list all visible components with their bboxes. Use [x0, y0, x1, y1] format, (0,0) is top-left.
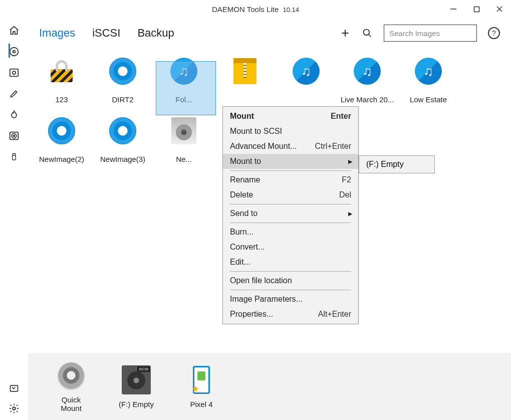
drive-label: (F:) Empty [116, 400, 156, 408]
grid-item[interactable] [214, 57, 276, 104]
music-disc-icon [415, 58, 442, 85]
context-menu: MountEnter Mount to SCSI Advanced Mount.… [222, 106, 359, 324]
menu-item-send-to[interactable]: Send to▶ [223, 206, 358, 221]
image-catalog-icon[interactable] [9, 67, 20, 78]
news-icon[interactable] [9, 383, 20, 394]
close-button[interactable] [488, 0, 511, 18]
menu-item-rename[interactable]: RenameF2 [223, 172, 358, 187]
disc-icon [48, 117, 75, 144]
search-input[interactable]: Search Images [384, 25, 477, 42]
grid-item[interactable]: NewImage(2) [31, 117, 92, 163]
scsi-drive-icon [122, 365, 151, 394]
disc-icon [109, 117, 136, 144]
main-area: Images iSCSI Backup Search Images ? [28, 18, 511, 420]
help-button[interactable]: ? [488, 27, 500, 39]
drive-icon[interactable] [9, 130, 20, 141]
menu-item-properties[interactable]: Properties...Alt+Enter [223, 307, 358, 322]
lock-icon [51, 60, 73, 82]
grid-item-label: Live March 20... [337, 95, 398, 104]
grid-item-label: DIRT2 [92, 95, 153, 104]
svg-point-17 [364, 30, 370, 36]
tab-iscsi[interactable]: iSCSI [92, 27, 120, 40]
archive-icon [233, 58, 257, 84]
grid-item[interactable]: NewImage(3) [92, 117, 153, 163]
chevron-right-icon: ▶ [348, 158, 352, 165]
drive-label: Quick Mount [51, 395, 91, 412]
disc-icon [109, 58, 136, 85]
svg-point-10 [14, 135, 15, 137]
svg-rect-6 [10, 69, 19, 77]
menu-item-convert[interactable]: Convert... [223, 240, 358, 255]
svg-point-7 [13, 71, 16, 74]
svg-point-9 [12, 133, 16, 138]
tab-backup[interactable]: Backup [137, 27, 174, 40]
menu-item-delete[interactable]: DeleteDel [223, 187, 358, 202]
grid-item[interactable]: Live March 20... [337, 57, 398, 104]
minimize-button[interactable] [442, 0, 465, 18]
svg-rect-12 [13, 155, 16, 160]
maximize-button[interactable] [465, 0, 488, 18]
svg-point-4 [10, 48, 19, 56]
grid-item-label: 123 [31, 95, 92, 104]
burn-icon[interactable] [9, 109, 20, 120]
svg-line-18 [369, 35, 371, 37]
grid-item-label: NewImage(2) [31, 155, 92, 163]
grid-item[interactable]: Low Estate [398, 57, 459, 104]
menu-separator [230, 290, 351, 290]
settings-icon[interactable] [9, 403, 20, 414]
drive-item[interactable]: ★ Pixel 4 [181, 365, 221, 408]
quick-mount-icon [58, 362, 84, 388]
music-disc-icon [293, 58, 320, 85]
menu-item-advanced-mount[interactable]: Advanced Mount...Ctrl+Enter [223, 139, 358, 154]
svg-rect-1 [474, 7, 479, 12]
phone-icon: ★ [193, 366, 210, 394]
menu-item-image-parameters[interactable]: Image Parameters... [223, 292, 358, 307]
grid-item-label: NewImage(3) [92, 155, 153, 163]
menu-item-burn[interactable]: Burn... [223, 225, 358, 240]
menu-separator [230, 170, 351, 171]
drive-label: Pixel 4 [181, 400, 221, 408]
grid-item[interactable]: DIRT2 [92, 57, 153, 104]
sidebar [0, 18, 28, 420]
disc-icon[interactable] [9, 46, 20, 57]
menu-separator [230, 223, 351, 223]
menu-item-mount-to[interactable]: Mount to▶ [223, 154, 358, 169]
grid-item-label: Ne... [153, 155, 214, 163]
title-bar: DAEMON Tools Lite 10.14 [0, 0, 511, 18]
home-icon[interactable] [9, 25, 20, 36]
grid-item-label: Low Estate [398, 95, 459, 104]
menu-separator [230, 271, 351, 272]
menu-item-mount[interactable]: MountEnter [223, 109, 358, 124]
menu-item-open-location[interactable]: Open file location [223, 273, 358, 288]
drive-item[interactable]: Quick Mount [51, 360, 91, 412]
window-title: DAEMON Tools Lite 10.14 [212, 5, 299, 14]
svg-point-5 [13, 51, 16, 53]
edit-icon[interactable] [9, 88, 20, 99]
app-name: DAEMON Tools Lite [212, 5, 279, 14]
menu-item-edit[interactable]: Edit... [223, 255, 358, 270]
menu-separator [230, 204, 351, 204]
svg-point-14 [13, 407, 16, 410]
nrg-icon [171, 117, 196, 144]
menu-item-mount-scsi[interactable]: Mount to SCSI [223, 124, 358, 139]
search-placeholder: Search Images [389, 29, 440, 38]
tab-images[interactable]: Images [39, 27, 75, 40]
submenu-item-drive-f[interactable]: (F:) Empty [359, 157, 434, 172]
app-version: 10.14 [283, 6, 299, 14]
drives-bar: Quick Mount (F:) Empty ★ Pixel 4 [28, 353, 511, 420]
grid-item[interactable]: 123 [31, 57, 92, 104]
add-button[interactable] [340, 28, 351, 39]
window-controls [442, 0, 511, 18]
tab-bar: Images iSCSI Backup Search Images ? [28, 18, 511, 48]
music-disc-icon [354, 58, 381, 85]
search-button[interactable] [362, 28, 373, 39]
context-submenu: (F:) Empty [359, 155, 435, 173]
usb-icon[interactable] [9, 151, 20, 162]
grid-item[interactable]: Ne... [153, 117, 214, 163]
selection-highlight [156, 61, 216, 115]
grid-item[interactable] [276, 57, 337, 104]
drive-item[interactable]: (F:) Empty [116, 365, 156, 408]
chevron-right-icon: ▶ [348, 211, 352, 217]
